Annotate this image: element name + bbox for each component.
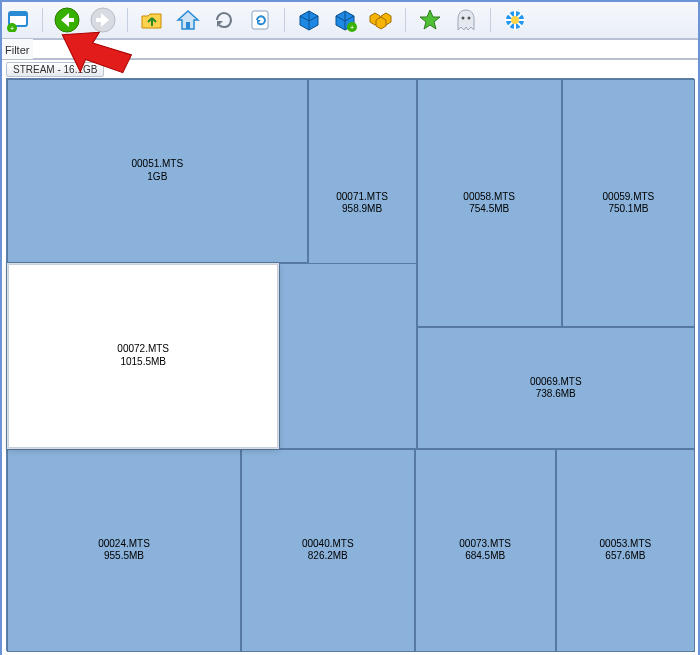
- tile[interactable]: 00073.MTS684.5MB: [415, 449, 556, 652]
- tile-name: 00071.MTS: [336, 191, 388, 204]
- tile-selected[interactable]: 00072.MTS1015.5MB: [7, 263, 279, 449]
- svg-rect-1: [9, 12, 27, 16]
- tile-size: 657.6MB: [605, 550, 645, 563]
- toolbar-separator: [405, 8, 406, 32]
- tile-size: 958.9MB: [342, 203, 382, 216]
- filter-bar: Filter: [2, 39, 698, 60]
- cubes-icon[interactable]: [367, 6, 395, 34]
- tile[interactable]: [279, 263, 416, 449]
- tile-size: 684.5MB: [465, 550, 505, 563]
- tile-name: 00058.MTS: [463, 191, 515, 204]
- tile-name: 00040.MTS: [302, 538, 354, 551]
- folder-up-icon[interactable]: [138, 6, 166, 34]
- tile-size: 1015.5MB: [120, 356, 166, 369]
- toolbar-separator: [127, 8, 128, 32]
- home-icon[interactable]: [174, 6, 202, 34]
- gear-icon[interactable]: [501, 6, 529, 34]
- tile-name: 00059.MTS: [603, 191, 655, 204]
- svg-rect-6: [186, 22, 190, 29]
- forward-icon[interactable]: [89, 6, 117, 34]
- refresh-icon[interactable]: [210, 6, 238, 34]
- tile-name: 00069.MTS: [530, 376, 582, 389]
- tile-name: 00053.MTS: [600, 538, 652, 551]
- svg-text:+: +: [350, 23, 355, 32]
- cube-blue-icon[interactable]: [295, 6, 323, 34]
- root-label[interactable]: STREAM - 16.1GB: [6, 62, 104, 77]
- tile[interactable]: 00040.MTS826.2MB: [241, 449, 415, 652]
- tile[interactable]: 00053.MTS657.6MB: [556, 449, 695, 652]
- filter-input[interactable]: [33, 39, 698, 59]
- back-icon[interactable]: [53, 6, 81, 34]
- refresh-page-icon[interactable]: [246, 6, 274, 34]
- add-window-icon[interactable]: +: [4, 6, 32, 34]
- tile-size: 750.1MB: [608, 203, 648, 216]
- toolbar-separator: [42, 8, 43, 32]
- filter-label: Filter: [2, 39, 33, 59]
- tile-name: 00024.MTS: [98, 538, 150, 551]
- star-icon[interactable]: [416, 6, 444, 34]
- toolbar-separator: [284, 8, 285, 32]
- tile-size: 738.6MB: [536, 388, 576, 401]
- tile[interactable]: 00069.MTS738.6MB: [417, 327, 695, 449]
- tile-name: 00051.MTS: [131, 158, 183, 171]
- tile[interactable]: 00051.MTS1GB: [7, 79, 308, 263]
- svg-point-11: [468, 17, 471, 20]
- svg-point-17: [511, 16, 519, 24]
- tile-size: 1GB: [147, 171, 167, 184]
- cube-blue-plus-icon[interactable]: +: [331, 6, 359, 34]
- tile-size: 754.5MB: [469, 203, 509, 216]
- tile-size: 955.5MB: [104, 550, 144, 563]
- tile[interactable]: 00024.MTS955.5MB: [7, 449, 241, 652]
- tile[interactable]: 00058.MTS754.5MB: [417, 79, 562, 327]
- main-area: STREAM - 16.1GB 00051.MTS1GB00072.MTS101…: [2, 60, 698, 655]
- toolbar-separator: [490, 8, 491, 32]
- tile-name: 00072.MTS: [117, 343, 169, 356]
- treemap[interactable]: 00051.MTS1GB00072.MTS1015.5MB00071.MTS95…: [6, 78, 694, 651]
- tile[interactable]: 00059.MTS750.1MB: [562, 79, 695, 327]
- toolbar: ++: [2, 2, 698, 39]
- svg-text:+: +: [10, 24, 15, 32]
- ghost-icon[interactable]: [452, 6, 480, 34]
- tile-size: 826.2MB: [308, 550, 348, 563]
- svg-point-10: [462, 17, 465, 20]
- tile-name: 00073.MTS: [459, 538, 511, 551]
